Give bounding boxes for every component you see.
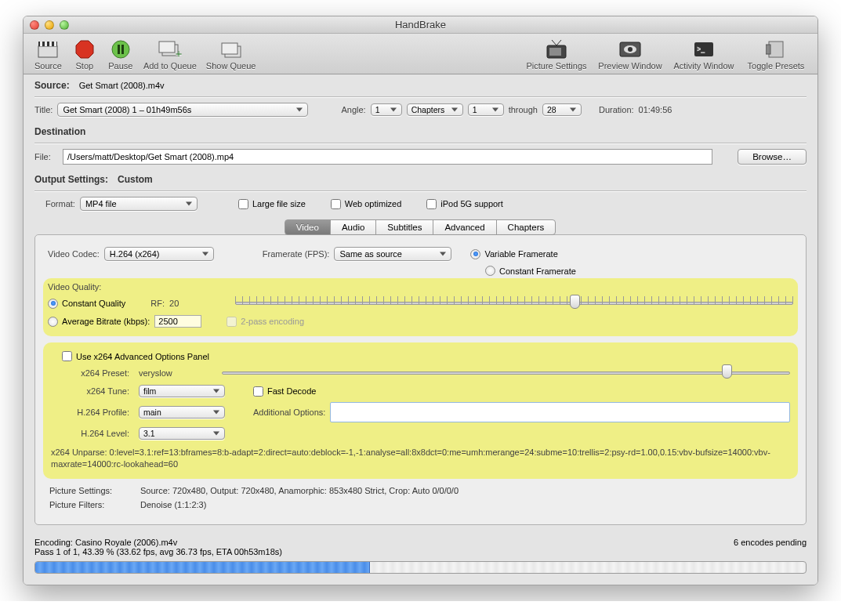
profile-select[interactable]: main: [139, 406, 225, 419]
svg-rect-11: [159, 42, 175, 53]
destination-header: Destination: [34, 126, 85, 137]
svg-rect-4: [49, 42, 52, 46]
file-label: File:: [34, 152, 58, 161]
preset-label: x264 Preset:: [51, 368, 129, 378]
output-preset: Custom: [118, 174, 153, 185]
ipod-check[interactable]: iPod 5G support: [426, 199, 503, 209]
web-opt-check[interactable]: Web optimized: [331, 199, 402, 209]
tab-chapters[interactable]: Chapters: [496, 219, 556, 235]
clapperboard-icon: [35, 38, 60, 60]
cfr-radio[interactable]: Constant Framerate: [485, 266, 576, 276]
pass-status: Pass 1 of 1, 43.39 % (33.62 fps, avg 36.…: [34, 547, 282, 556]
output-header: Output Settings:: [34, 174, 108, 185]
pic-settings-label: Picture Settings:: [49, 486, 136, 495]
eye-icon: [618, 38, 643, 60]
svg-line-18: [556, 40, 561, 45]
tab-advanced[interactable]: Advanced: [433, 219, 496, 235]
source-label: Source:: [34, 80, 70, 91]
codec-select[interactable]: H.264 (x264): [104, 247, 214, 261]
vfr-radio[interactable]: Variable Framerate: [470, 249, 557, 259]
two-pass-check[interactable]: 2-pass encoding: [227, 317, 304, 327]
toolbar: Source Stop Pause ＋ Add to Queue Show Qu…: [24, 34, 817, 74]
chapter-from-select[interactable]: 1: [468, 103, 504, 116]
add-queue-icon: ＋: [158, 38, 183, 60]
svg-point-7: [112, 41, 129, 58]
encoding-label: Encoding:: [34, 538, 73, 547]
preset-slider[interactable]: [222, 366, 790, 380]
tab-video[interactable]: Video: [285, 219, 331, 235]
svg-point-21: [628, 47, 633, 52]
svg-rect-9: [121, 45, 124, 54]
svg-rect-25: [766, 45, 770, 54]
use-adv-check[interactable]: Use x264 Advanced Options Panel: [62, 351, 209, 361]
encoding-value: Casino Royale (2006).m4v: [75, 538, 177, 547]
tune-select[interactable]: film: [139, 385, 225, 397]
duration-value: 01:49:56: [639, 105, 672, 114]
window-title: HandBrake: [24, 19, 817, 31]
terminal-icon: >_: [691, 38, 716, 60]
stop-button[interactable]: Stop: [67, 37, 103, 72]
show-queue-icon: [219, 38, 244, 60]
preset-value: veryslow: [139, 368, 217, 378]
pending-status: 6 encodes pending: [734, 538, 807, 556]
svg-line-17: [552, 40, 556, 45]
file-field[interactable]: [63, 149, 712, 165]
svg-rect-14: [222, 43, 237, 54]
add-queue-button[interactable]: ＋ Add to Queue: [139, 37, 201, 72]
level-label: H.264 Level:: [51, 429, 129, 438]
abr-radio[interactable]: Average Bitrate (kbps):: [48, 317, 150, 327]
toggle-presets-button[interactable]: Toggle Presets: [741, 37, 811, 72]
app-window: HandBrake Source Stop Pause ＋ Add to Que…: [23, 16, 818, 585]
codec-label: Video Codec:: [48, 249, 100, 259]
range-type-select[interactable]: Chapters: [407, 103, 463, 116]
fps-select[interactable]: Same as source: [334, 247, 451, 261]
tab-subtitles[interactable]: Subtitles: [375, 219, 433, 235]
svg-rect-16: [549, 48, 561, 56]
fps-label: Framerate (FPS):: [263, 249, 330, 259]
drawer-icon: [763, 38, 788, 60]
svg-text:＋: ＋: [173, 47, 183, 59]
duration-label: Duration:: [599, 105, 634, 114]
title-select[interactable]: Get Smart (2008) 1 – 01h49m56s: [57, 103, 308, 117]
tv-icon: [544, 38, 569, 60]
titlebar: HandBrake: [24, 16, 817, 34]
svg-marker-6: [76, 41, 93, 58]
abr-field[interactable]: [154, 315, 201, 328]
progress-bar: [34, 561, 807, 574]
video-panel: Video Codec: H.264 (x264) Framerate (FPS…: [34, 234, 807, 525]
quality-header: Video Quality:: [48, 282, 101, 292]
quality-slider[interactable]: [235, 296, 793, 310]
tabs: Video Audio Subtitles Advanced Chapters: [34, 219, 807, 235]
svg-text:>_: >_: [697, 45, 705, 53]
format-select[interactable]: MP4 file: [80, 197, 198, 211]
activity-window-button[interactable]: >_ Activity Window: [667, 37, 741, 72]
rf-label: RF:: [150, 299, 165, 308]
browse-button[interactable]: Browse…: [738, 149, 807, 165]
pause-icon: [108, 38, 133, 60]
fast-decode-check[interactable]: Fast Decode: [253, 386, 316, 397]
source-value: Get Smart (2008).m4v: [79, 81, 165, 90]
through-label: through: [509, 105, 538, 114]
stop-icon: [72, 38, 97, 60]
tab-audio[interactable]: Audio: [330, 219, 376, 235]
tune-label: x264 Tune:: [51, 386, 129, 396]
pic-settings-value: Source: 720x480, Output: 720x480, Anamor…: [140, 486, 459, 495]
add-opts-label: Additional Options:: [253, 408, 325, 417]
preview-window-button[interactable]: Preview Window: [593, 37, 667, 72]
level-select[interactable]: 3.1: [139, 427, 225, 440]
profile-label: H.264 Profile:: [51, 408, 129, 417]
svg-rect-0: [38, 46, 57, 57]
title-label: Title:: [34, 105, 53, 114]
cq-radio[interactable]: Constant Quality: [48, 299, 125, 309]
angle-select[interactable]: 1: [371, 103, 402, 116]
picture-settings-button[interactable]: Picture Settings: [520, 37, 593, 72]
source-button[interactable]: Source: [30, 37, 67, 72]
show-queue-button[interactable]: Show Queue: [201, 37, 261, 72]
svg-rect-3: [45, 42, 47, 46]
large-file-check[interactable]: Large file size: [238, 199, 306, 209]
add-opts-field[interactable]: [330, 402, 790, 422]
chapter-to-select[interactable]: 28: [542, 103, 582, 116]
svg-rect-2: [40, 42, 42, 46]
pause-button[interactable]: Pause: [103, 37, 139, 72]
unparse-text: x264 Unparse: 0:level=3.1:ref=13:bframes…: [51, 442, 790, 471]
